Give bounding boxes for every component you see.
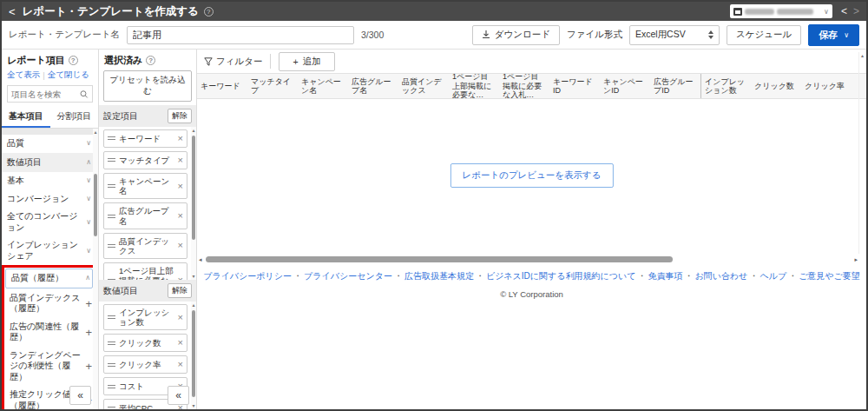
footer-link[interactable]: プライバシーセンター xyxy=(304,271,392,281)
chevron-up-icon: ∧ xyxy=(85,274,90,282)
footer-link[interactable]: 免責事項 xyxy=(648,271,682,281)
scroll-up-icon[interactable]: ▴ xyxy=(94,129,96,136)
footer-link[interactable]: ご意見やご要望 xyxy=(799,271,860,281)
scrollbar-thumb[interactable] xyxy=(192,136,195,240)
file-format-select[interactable]: Excel用CSV xyxy=(629,25,720,45)
back-icon[interactable]: < xyxy=(9,6,16,17)
add-filter-button[interactable]: + 追加 xyxy=(279,52,334,71)
selected-item[interactable]: クリック率 × xyxy=(103,355,187,374)
scroll-left-icon[interactable]: ◂ xyxy=(199,256,202,262)
selected-item[interactable]: 広告グループ名 × xyxy=(103,202,187,229)
selected-item[interactable]: キャンペーン名 × xyxy=(103,173,187,199)
scrollbar-vertical[interactable]: ▴ xyxy=(93,129,98,409)
remove-icon[interactable]: × xyxy=(178,181,183,192)
selected-item[interactable]: 品質インデックス × xyxy=(103,233,187,259)
footer-link[interactable]: プライバシーポリシー xyxy=(203,271,292,281)
scrollbar-thumb[interactable] xyxy=(206,256,673,262)
date-range-picker[interactable]: ∨ xyxy=(730,4,832,18)
selected-item[interactable]: マッチタイプ × xyxy=(103,151,187,169)
page-title: レポート・テンプレートを作成する xyxy=(23,4,199,19)
remove-icon[interactable]: × xyxy=(178,210,183,222)
footer-link[interactable]: ヘルプ xyxy=(760,271,786,281)
remove-icon[interactable]: × xyxy=(178,337,183,348)
help-icon[interactable]: ? xyxy=(204,7,214,17)
remove-icon[interactable]: × xyxy=(178,359,183,370)
prev-period-button[interactable]: < xyxy=(841,5,847,17)
sidebar-item-quality-index-history[interactable]: 品質インデックス（履歴） + xyxy=(4,289,94,318)
scrollbar-thumb[interactable] xyxy=(94,174,97,236)
scrollbar-vertical[interactable]: ▴ ▾ xyxy=(191,302,196,409)
drag-handle-icon[interactable] xyxy=(108,383,115,390)
sidebar-group-quality-history[interactable]: 品質（履歴） ∧ xyxy=(5,268,93,288)
remove-icon[interactable]: × xyxy=(178,312,183,323)
add-item-icon[interactable]: + xyxy=(85,298,92,309)
collapse-panel-button[interactable]: « xyxy=(168,386,189,405)
column-header: キーワード xyxy=(197,74,247,98)
scroll-right-icon[interactable]: ▸ xyxy=(854,256,858,262)
drag-handle-icon[interactable] xyxy=(108,314,115,321)
add-item-icon[interactable]: + xyxy=(85,327,92,338)
drag-handle-icon[interactable] xyxy=(108,156,115,163)
selected-item[interactable]: 1ページ目上部掲載に必要な入札価格 × xyxy=(103,262,187,280)
template-name-input[interactable] xyxy=(127,26,354,44)
tab-split-items[interactable]: 分割項目 xyxy=(50,106,99,128)
load-preset-button[interactable]: プリセットを読み込む xyxy=(103,70,192,102)
footer-link[interactable]: 広告取扱基本規定 xyxy=(404,271,474,281)
footer-link[interactable]: ビジネスIDに関する利用規約について xyxy=(486,271,636,281)
filter-button[interactable]: フィルター xyxy=(204,56,262,68)
scrollbar-vertical[interactable]: ▴ ▾ xyxy=(191,127,196,280)
file-format-label: ファイル形式 xyxy=(567,29,622,41)
scrollbar-thumb[interactable] xyxy=(192,310,195,397)
download-button[interactable]: ダウンロード xyxy=(472,25,560,45)
sidebar-item-impression-share[interactable]: インプレッションシェア ∨ xyxy=(2,236,93,265)
clear-numeric-items-button[interactable]: 解除 xyxy=(168,283,192,298)
sidebar-item-conversion[interactable]: コンバージョン ∨ xyxy=(2,190,93,209)
sidebar-item-quality[interactable]: 品質 ∨ xyxy=(2,135,93,153)
file-format-value: Excel用CSV xyxy=(635,29,686,41)
close-all-link[interactable]: 全て閉じる xyxy=(48,70,89,81)
drag-handle-icon[interactable] xyxy=(108,405,115,409)
add-item-icon[interactable]: + xyxy=(85,361,92,372)
collapse-panel-button[interactable]: « xyxy=(69,386,91,405)
drag-handle-icon[interactable] xyxy=(108,135,115,142)
help-icon[interactable]: ? xyxy=(146,56,155,65)
tab-basic-items[interactable]: 基本項目 xyxy=(2,106,50,128)
scroll-down-icon[interactable]: ▾ xyxy=(192,273,194,280)
drag-handle-icon[interactable] xyxy=(108,242,115,249)
next-period-button[interactable]: > xyxy=(853,5,859,17)
help-icon[interactable]: ? xyxy=(69,56,78,65)
selected-item[interactable]: クリック数 × xyxy=(103,334,187,352)
scroll-up-icon[interactable]: ▴ xyxy=(861,52,864,254)
scroll-up-icon[interactable]: ▴ xyxy=(192,127,194,134)
item-search-input[interactable] xyxy=(11,89,78,99)
sidebar-section-numeric[interactable]: 数値項目 ∧ xyxy=(2,153,93,173)
save-button[interactable]: 保存 ∨ xyxy=(808,24,859,46)
link-separator: ・ xyxy=(788,271,797,281)
sidebar-item-landing-page-history[interactable]: ランディングページの利便性（履歴） + xyxy=(4,347,94,387)
scrollbar-vertical[interactable]: ▴ xyxy=(858,52,865,254)
scrollbar-horizontal[interactable]: ◂ ▸ xyxy=(199,255,858,263)
schedule-button[interactable]: スケジュール xyxy=(727,25,801,45)
remove-icon[interactable]: × xyxy=(178,240,183,251)
remove-icon[interactable]: × xyxy=(178,133,183,144)
sidebar-item-basic[interactable]: 基本 ∨ xyxy=(2,172,93,190)
drag-handle-icon[interactable] xyxy=(108,340,115,347)
drag-handle-icon[interactable] xyxy=(108,277,115,280)
footer-link[interactable]: お問い合わせ xyxy=(694,271,747,281)
scroll-up-icon[interactable]: ▴ xyxy=(192,302,194,308)
drag-handle-icon[interactable] xyxy=(108,361,115,368)
drag-handle-icon[interactable] xyxy=(108,182,115,189)
item-search-box[interactable] xyxy=(7,85,93,103)
selected-item[interactable]: キーワード × xyxy=(103,129,187,148)
column-header: 1ページ目掲載に必要な入札… xyxy=(499,74,549,98)
selected-item[interactable]: インプレッション数 × xyxy=(103,304,187,330)
clear-set-items-button[interactable]: 解除 xyxy=(168,109,192,123)
remove-icon[interactable]: × xyxy=(178,155,183,166)
scroll-down-icon[interactable]: ▾ xyxy=(192,402,194,409)
show-all-link[interactable]: 全て表示 xyxy=(7,70,40,81)
drag-handle-icon[interactable] xyxy=(108,213,115,220)
remove-icon[interactable]: × xyxy=(178,275,183,280)
sidebar-item-all-conversions[interactable]: 全てのコンバージョン ∨ xyxy=(2,208,93,236)
show-preview-button[interactable]: レポートのプレビューを表示する xyxy=(450,163,613,188)
sidebar-item-ad-relevance-history[interactable]: 広告の関連性（履歴） + xyxy=(4,318,94,347)
